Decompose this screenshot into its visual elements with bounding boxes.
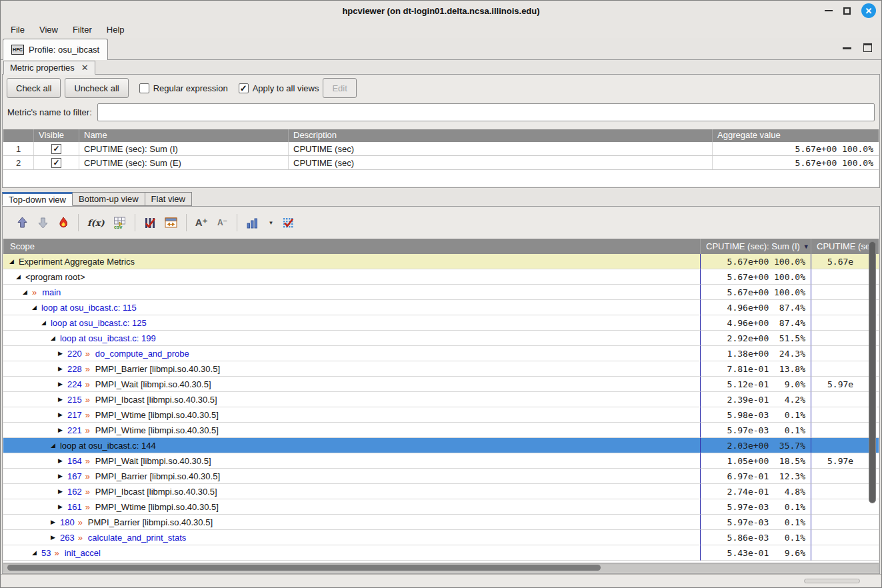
tree-row[interactable]: ◢loop at osu_ibcast.c: 1154.96e+00 87.4% [3,300,879,315]
checkbox-icon[interactable] [139,83,149,93]
col-name[interactable]: Name [79,129,288,142]
col-scope[interactable]: Scope [3,239,700,254]
expand-icon[interactable]: ▶ [58,411,63,418]
col-rownum[interactable] [3,129,33,142]
scope-label[interactable]: loop at osu_ibcast.c: 125 [51,318,147,328]
tree-row[interactable]: ◢»main5.67e+00 100.0% [3,285,879,300]
tree-row[interactable]: ▶220»do_compute_and_probe1.38e+00 24.3% [3,346,879,361]
collapse-icon[interactable]: ◢ [9,258,14,265]
tree-row[interactable]: ▶167»PMPI_Barrier [libmpi.so.40.30.5]6.9… [3,469,879,484]
tree-row[interactable]: ◢loop at osu_ibcast.c: 1992.92e+00 51.5% [3,331,879,346]
tab-top-down-view[interactable]: Top-down view [2,192,73,206]
tree-row[interactable]: ▶228»PMPI_Barrier [libmpi.so.40.30.5]7.8… [3,361,879,377]
menu-filter[interactable]: Filter [65,23,99,37]
expand-icon[interactable]: ▶ [51,534,55,541]
scope-label[interactable]: main [42,287,61,297]
menu-file[interactable]: File [3,23,32,37]
expand-icon[interactable]: ▶ [58,381,63,387]
maximize-window-icon[interactable] [843,7,851,15]
collapse-icon[interactable]: ◢ [51,335,55,341]
tree-row[interactable]: ▶215»PMPI_Ibcast [libmpi.so.40.30.5]2.39… [3,392,879,407]
tree-row[interactable]: ◢Experiment Aggregate Metrics5.67e+00 10… [3,254,879,269]
col-aggregate-value[interactable]: Aggregate value [712,129,879,142]
graph-icon[interactable] [246,215,258,230]
tree-row[interactable]: ▶221»PMPI_Wtime [libmpi.so.40.30.5]5.97e… [3,423,879,438]
scope-label[interactable]: calculate_and_print_stats [88,533,186,543]
minimize-view-icon[interactable] [843,46,851,49]
close-icon[interactable]: ✕ [81,63,89,73]
scope-label[interactable]: loop at osu_ibcast.c: 199 [60,333,156,343]
regular-expression-checkbox[interactable]: Regular expression [139,83,228,93]
expand-icon[interactable]: ▶ [58,350,63,357]
tree-row[interactable]: ▶162»PMPI_Ibcast [libmpi.so.40.30.5]2.74… [3,484,879,499]
metric-row-number: 1 [3,142,33,155]
expand-icon[interactable]: ▶ [58,503,63,510]
close-window-icon[interactable]: ✕ [861,3,876,18]
edit-button[interactable]: Edit [323,78,356,98]
sort-desc-icon[interactable]: ▼ [803,243,809,250]
hot-path-icon[interactable] [57,215,69,230]
metric-row[interactable]: 2✓CPUTIME (sec): Sum (E)CPUTIME (sec)5.6… [3,156,879,170]
tree-row[interactable]: ▶263»calculate_and_print_stats5.86e-03 0… [3,530,879,545]
check-all-button[interactable]: Check all [7,78,61,98]
tree-row[interactable]: ▶224»PMPI_Wait [libmpi.so.40.30.5]5.12e-… [3,377,879,392]
collapse-icon[interactable]: ◢ [41,319,46,326]
tree-row[interactable]: ▶161»PMPI_Wtime [libmpi.so.40.30.5]5.97e… [3,499,879,515]
expand-icon[interactable]: ▶ [51,519,55,525]
expand-icon[interactable]: ▶ [58,396,63,403]
tab-bottom-up-view[interactable]: Bottom-up view [73,192,145,206]
scope-label[interactable]: loop at osu_ibcast.c: 144 [60,441,156,451]
tab-metric-properties[interactable]: Metric properties ✕ [3,61,95,75]
expand-icon[interactable]: ▶ [58,457,63,464]
checkbox-icon[interactable]: ✓ [239,83,249,93]
derived-metric-icon[interactable]: f(x) [87,215,105,230]
horizontal-scrollbar-thumb[interactable] [7,565,601,571]
tree-row[interactable]: ▶217»PMPI_Wtime [libmpi.so.40.30.5]5.98e… [3,407,879,423]
scope-label: PMPI_Barrier [libmpi.so.40.30.5] [95,364,220,374]
tree-row[interactable]: ◢<program root>5.67e+00 100.0% [3,269,879,285]
scope-label[interactable]: do_compute_and_probe [95,349,189,359]
column-selection-icon[interactable] [144,215,156,230]
collapse-icon[interactable]: ◢ [32,549,37,556]
metric-filter-input[interactable] [97,103,875,121]
move-up-icon[interactable] [16,215,28,230]
tree-row[interactable]: ◢53»init_accel5.43e-01 9.6% [3,545,879,561]
font-decrease-icon[interactable]: A⁻ [216,215,228,230]
resize-columns-icon[interactable] [165,215,177,230]
col-visible[interactable]: Visible [33,129,79,142]
menu-help[interactable]: Help [99,23,132,37]
scope-label[interactable]: init_accel [65,548,101,558]
expand-icon[interactable]: ▶ [58,427,63,433]
horizontal-scrollbar-track[interactable] [3,563,879,573]
tree-row[interactable]: ◢loop at osu_ibcast.c: 1254.96e+00 87.4% [3,315,879,331]
collapse-icon[interactable]: ◢ [51,442,55,449]
col-description[interactable]: Description [288,129,712,142]
graph-dropdown-caret[interactable]: ▼ [268,220,273,226]
font-increase-icon[interactable]: A⁺ [195,215,208,230]
collapse-icon[interactable]: ◢ [32,304,37,311]
export-csv-icon[interactable]: csv [113,215,126,230]
expand-icon[interactable]: ▶ [58,365,63,372]
col-cputime-sum-i[interactable]: CPUTIME (sec): Sum (I)▼ [700,239,811,254]
collapse-icon[interactable]: ◢ [23,289,27,295]
move-down-icon[interactable] [37,215,49,230]
expand-icon[interactable]: ▶ [58,473,63,479]
apply-to-all-views-checkbox[interactable]: ✓ Apply to all views [239,83,319,93]
tab-flat-view[interactable]: Flat view [145,192,192,206]
expand-icon[interactable]: ▶ [58,488,63,495]
scope-label[interactable]: loop at osu_ibcast.c: 115 [41,303,137,313]
vertical-scrollbar-thumb[interactable] [869,241,876,503]
metric-row[interactable]: 1✓CPUTIME (sec): Sum (I)CPUTIME (sec)5.6… [3,142,879,156]
visible-checkbox[interactable]: ✓ [51,158,61,168]
minimize-window-icon[interactable] [825,10,833,11]
collapse-icon[interactable]: ◢ [16,273,21,280]
tree-row[interactable]: ▶180»PMPI_Barrier [libmpi.so.40.30.5]5.9… [3,515,879,530]
menu-view[interactable]: View [32,23,65,37]
visible-checkbox[interactable]: ✓ [51,144,61,154]
metric-view-icon[interactable] [282,215,294,230]
tree-row[interactable]: ◢loop at osu_ibcast.c: 1442.03e+00 35.7% [3,438,879,453]
uncheck-all-button[interactable]: Uncheck all [65,78,128,98]
tab-profile-osu-ibcast[interactable]: HPC Profile: osu_ibcast [3,39,108,60]
maximize-view-icon[interactable] [863,43,872,52]
tree-row[interactable]: ▶164»PMPI_Wait [libmpi.so.40.30.5]1.05e+… [3,453,879,469]
